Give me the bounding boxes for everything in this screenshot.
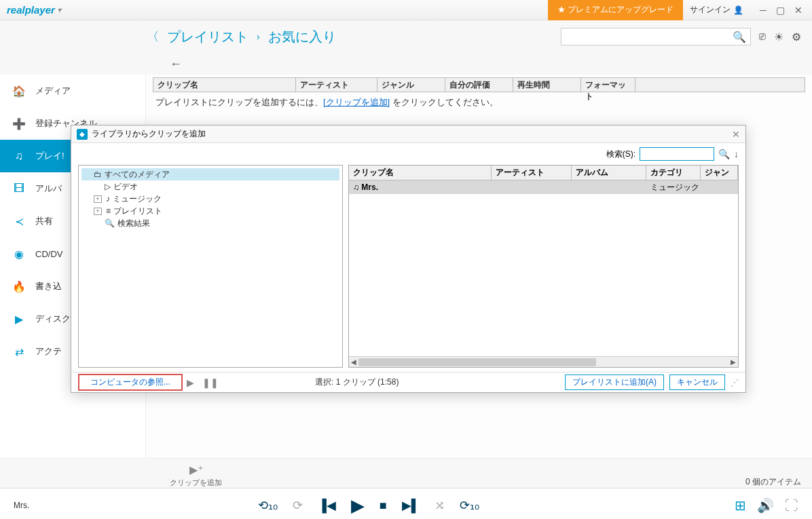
cast-icon[interactable]: ⎚	[759, 31, 766, 43]
fullscreen-icon[interactable]: ⛶	[785, 498, 798, 514]
queue-icon[interactable]: ⊞	[735, 497, 746, 514]
search-icon[interactable]: 🔍	[718, 149, 730, 159]
breadcrumb-sep: ›	[257, 31, 260, 42]
stop-icon[interactable]: ■	[380, 499, 387, 513]
th-genre[interactable]: ジャンル	[377, 78, 445, 92]
next-track-icon[interactable]: ▶▌	[402, 498, 420, 513]
lh-artist[interactable]: アーティスト	[492, 166, 572, 180]
sliders-icon: ⇄	[12, 345, 26, 358]
music-note-icon: ♪	[106, 194, 110, 204]
th-format[interactable]: フォーマット	[581, 78, 635, 92]
resize-grip-icon[interactable]: ⋰	[731, 378, 739, 387]
close-button[interactable]: ✕	[794, 5, 802, 16]
tree-music[interactable]: +♪ミュージック	[81, 193, 339, 205]
breadcrumb: 〈 プレイリスト › お気に入り	[147, 28, 336, 46]
lh-category[interactable]: カテゴリ	[646, 166, 701, 180]
add-clip-link[interactable]: [クリップを追加]	[323, 97, 390, 107]
item-count: 0 個のアイテム	[745, 476, 801, 488]
selection-info: 選択: 1 クリップ (1:58)	[315, 377, 399, 388]
back-arrow-icon[interactable]: ←	[170, 57, 182, 71]
chevron-down-icon: ▾	[58, 6, 61, 14]
library-tree[interactable]: 🗀すべてのメディア ▷ビデオ +♪ミュージック +≡プレイリスト 🔍検索結果	[78, 165, 343, 368]
th-clipname[interactable]: クリップ名	[153, 78, 296, 92]
maximize-button[interactable]: ▢	[776, 5, 785, 16]
add-clip-button[interactable]: ▶⁺ クリップを追加	[170, 463, 222, 488]
repeat-icon[interactable]: ⟳	[293, 498, 303, 513]
playlist-toolbar: ▶⁺ クリップを追加 0 個のアイテム	[0, 458, 812, 488]
playlist-table-header: クリップ名 アーティスト ジャンル 自分の評価 再生時間 フォーマット	[153, 77, 805, 92]
lh-genre[interactable]: ジャン	[701, 166, 738, 180]
browse-computer-button[interactable]: コンピュータの参照...	[78, 374, 183, 391]
search-field[interactable]	[561, 32, 728, 41]
scroll-right-icon[interactable]: ▶	[728, 357, 738, 368]
brightness-icon[interactable]: ☀	[774, 31, 783, 43]
gear-icon[interactable]: ⚙	[792, 31, 801, 43]
dialog-search-input[interactable]	[640, 147, 714, 161]
sidebar-item-label: 書き込	[35, 280, 62, 292]
tree-playlist[interactable]: +≡プレイリスト	[81, 205, 339, 217]
user-icon: 👤	[733, 5, 743, 15]
add-to-playlist-button[interactable]: プレイリストに追加(A)	[565, 374, 664, 390]
playback-controls: ⟲₁₀ ⟳ ▐◀ ▶ ■ ▶▌ ⤨ ⟳₁₀	[258, 495, 479, 516]
th-artist[interactable]: アーティスト	[296, 78, 377, 92]
th-duration[interactable]: 再生時間	[513, 78, 581, 92]
app-logo[interactable]: realplayer ▾	[7, 4, 61, 16]
clip-name: Mrs.	[361, 182, 378, 192]
plus-icon: ➕	[12, 117, 26, 130]
breadcrumb-playlists[interactable]: プレイリスト	[167, 28, 248, 46]
th-rating[interactable]: 自分の評価	[445, 78, 513, 92]
play-icon[interactable]: ▶	[351, 495, 365, 516]
breadcrumb-favorites: お気に入り	[268, 28, 336, 46]
preview-pause-icon[interactable]: ❚❚	[202, 377, 219, 388]
titlebar: realplayer ▾ ★ プレミアムにアップグレード サインイン 👤 ─ ▢…	[0, 0, 812, 20]
clip-category: ミュージック	[646, 182, 701, 193]
tree-results[interactable]: 🔍検索結果	[81, 217, 339, 229]
upgrade-premium-button[interactable]: ★ プレミアムにアップグレード	[548, 0, 683, 20]
add-clip-icon: ▶⁺	[189, 463, 203, 476]
back-icon[interactable]: 〈	[147, 28, 159, 45]
horizontal-scrollbar[interactable]: ◀ ▶	[349, 356, 738, 367]
scroll-thumb[interactable]	[358, 358, 596, 366]
signin-button[interactable]: サインイン 👤	[683, 4, 750, 16]
cancel-button[interactable]: キャンセル	[669, 374, 725, 390]
search-input[interactable]: 🔍	[561, 28, 751, 45]
dialog-close-button[interactable]: ✕	[732, 129, 740, 140]
minimize-button[interactable]: ─	[760, 5, 767, 16]
tree-video[interactable]: ▷ビデオ	[81, 180, 339, 193]
rewind-10-icon[interactable]: ⟲₁₀	[258, 498, 278, 513]
clip-list: クリップ名 アーティスト アルバム カテゴリ ジャン ♫ Mrs. ミュージック…	[348, 165, 739, 368]
add-clip-label: クリップを追加	[170, 478, 222, 488]
topbar: 〈 プレイリスト › お気に入り 🔍 ⎚ ☀ ⚙	[0, 20, 812, 53]
shuffle-icon[interactable]: ⤨	[435, 498, 445, 513]
forward-10-icon[interactable]: ⟳₁₀	[460, 498, 479, 513]
clip-list-header: クリップ名 アーティスト アルバム カテゴリ ジャン	[349, 166, 738, 180]
lh-clipname[interactable]: クリップ名	[349, 166, 492, 180]
clip-row[interactable]: ♫ Mrs. ミュージック	[349, 180, 738, 194]
scroll-left-icon[interactable]: ◀	[349, 357, 358, 368]
back-row: ←	[0, 53, 812, 75]
expand-icon[interactable]: +	[94, 195, 102, 203]
sidebar-item-media[interactable]: 🏠メディア	[0, 75, 145, 107]
player-bar: Mrs. ⟲₁₀ ⟳ ▐◀ ▶ ■ ▶▌ ⤨ ⟳₁₀ ⊞ 🔊 ⛶ 0:02 1:…	[0, 488, 812, 519]
film-icon: 🎞	[12, 182, 26, 195]
search-result-icon: 🔍	[105, 218, 115, 228]
dialog-footer: コンピュータの参照... ▶ ❚❚ 選択: 1 クリップ (1:58) プレイリ…	[71, 372, 745, 392]
music-note-icon: ♫	[353, 182, 359, 192]
signin-label: サインイン	[690, 4, 731, 16]
preview-play-icon[interactable]: ▶	[187, 377, 194, 388]
logo-text: realplayer	[7, 4, 55, 16]
tree-all-media[interactable]: 🗀すべてのメディア	[81, 168, 339, 180]
clip-list-body[interactable]: ♫ Mrs. ミュージック	[349, 180, 738, 356]
volume-icon[interactable]: 🔊	[757, 497, 774, 514]
add-clip-dialog: ◆ ライブラリからクリップを追加 ✕ 検索(S): 🔍 ↓ 🗀すべてのメディア …	[71, 125, 746, 393]
expand-icon[interactable]: +	[94, 208, 102, 215]
prev-track-icon[interactable]: ▐◀	[318, 498, 336, 513]
arrow-down-icon[interactable]: ↓	[734, 149, 739, 159]
empty-playlist-hint: プレイリストにクリップを追加するには、[クリップを追加] をクリックしてください…	[153, 92, 805, 109]
sidebar-item-label: メディア	[35, 85, 71, 97]
lh-album[interactable]: アルバム	[572, 166, 646, 180]
list-icon: ≡	[106, 206, 111, 216]
search-icon[interactable]: 🔍	[728, 31, 750, 43]
play-circle-icon: ▶	[12, 313, 26, 326]
dialog-search-row: 検索(S): 🔍 ↓	[71, 143, 745, 165]
